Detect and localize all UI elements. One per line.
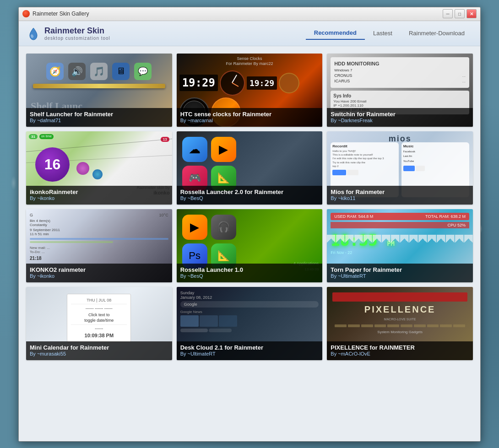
card-switchin[interactable]: HDD MONITORING Windows 7 CRONUS... ICARU… bbox=[327, 54, 473, 127]
navigation-tabs: Recommended Lastest Rainmeter-Download bbox=[306, 27, 473, 40]
card-info-pixellence: PIXELLENCE for RAINMETER By ~mACrO-lOvE bbox=[327, 341, 473, 360]
card-author-shelf: By ~dafmat71 bbox=[30, 118, 168, 123]
card-info-minical: Mini Calendar for Rainmeter By ~murasaki… bbox=[26, 341, 172, 360]
card-info-htc: HTC sense clocks for Rainmeter By ~marca… bbox=[177, 108, 323, 127]
title-bar-buttons: ─ □ ✕ bbox=[443, 9, 477, 18]
card-ikonko2[interactable]: G10°C Bin 4 item(s)Constantly 9 Septembe… bbox=[26, 209, 172, 282]
card-info-ikonko: ikonkoRainmeter By ~ikonko bbox=[26, 186, 172, 205]
card-author-tornpaper: By ~UltimateRT bbox=[331, 273, 469, 279]
title-bar: Rainmeter Skin Gallery ─ □ ✕ bbox=[19, 7, 480, 21]
card-image-tornpaper: USED RAM: 544.8 MTOTAL RAM: 638.2 M CPU … bbox=[327, 209, 473, 282]
card-title-deskcloud: Desk Cloud 2.1 for Rainmeter bbox=[180, 344, 319, 351]
card-title-ikonko: ikonkoRainmeter bbox=[30, 189, 168, 195]
main-window: Rainmeter Skin Gallery ─ □ ✕ Rainmeter S… bbox=[18, 7, 481, 442]
card-title-tornpaper: Torn Paper for Rainmeter bbox=[331, 266, 469, 273]
card-image-mios: mios Recordit Hello to you '%#@!This is … bbox=[327, 131, 473, 205]
app-logo: Rainmeter Skin desktop customization too… bbox=[26, 26, 306, 41]
card-title-pixellence: PIXELLENCE for RAINMETER bbox=[331, 344, 469, 351]
tab-download[interactable]: Rainmeter-Download bbox=[401, 27, 473, 39]
card-title-shelf: Shelf Launcher for Rainmeter bbox=[30, 111, 168, 118]
card-rossella2[interactable]: ☁ ▶ 🎮 📐 Rossella Launcher 2.0 for Rainme… bbox=[177, 131, 323, 205]
card-image-htc: Sense ClocksFor Rainmeter By marc22 19:2… bbox=[177, 54, 323, 127]
close-button[interactable]: ✕ bbox=[466, 9, 477, 18]
card-author-mios: By ~kiko11 bbox=[331, 195, 469, 201]
card-image-shelf: 🧭 🔊 🎵 🖥 💬 Shelf Launc Shelf Launcher for… bbox=[26, 54, 172, 127]
card-info-switchin: Switchin for Rainmeter By ~DarknesFreak bbox=[327, 108, 473, 127]
content-wrapper: 🧭 🔊 🎵 🖥 💬 Shelf Launc Shelf Launcher for… bbox=[19, 46, 480, 441]
card-title-rossella1: Rossella Launcher 1.0 bbox=[180, 266, 319, 273]
card-info-deskcloud: Desk Cloud 2.1 for Rainmeter By ~Ultimat… bbox=[177, 341, 323, 360]
app-subtitle: desktop customization tool bbox=[44, 36, 110, 41]
card-author-switchin: By ~DarknesFreak bbox=[331, 118, 469, 123]
card-title-ikonko2: IKONKO2 rainmeter bbox=[30, 266, 168, 273]
card-author-minical: By ~murasaki55 bbox=[30, 351, 168, 356]
minimize-button[interactable]: ─ bbox=[443, 9, 453, 18]
card-info-shelf: Shelf Launcher for Rainmeter By ~dafmat7… bbox=[26, 108, 172, 127]
card-image-pixellence: PIXELLENCE MACRO-LOVE SUITE bbox=[327, 287, 473, 360]
card-author-rossella2: By ~BesQ bbox=[180, 195, 319, 201]
card-tornpaper[interactable]: USED RAM: 544.8 MTOTAL RAM: 638.2 M CPU … bbox=[327, 209, 473, 282]
card-author-pixellence: By ~mACrO-lOvE bbox=[331, 351, 469, 356]
window-title: Rainmeter Skin Gallery bbox=[33, 11, 443, 17]
card-image-rossella1: ▶ 🎧 Ps 📐 - 4 Applications 13:49:09 Rosse… bbox=[177, 209, 323, 282]
card-author-ikonko2: By ~ikonko bbox=[30, 273, 168, 279]
app-header: Rainmeter Skin desktop customization too… bbox=[19, 21, 480, 46]
card-ikonko[interactable]: 31 on time 13 bbox=[26, 131, 172, 205]
card-author-htc: By ~marcarnal bbox=[180, 118, 319, 123]
card-title-switchin: Switchin for Rainmeter bbox=[331, 111, 469, 118]
card-rossella1[interactable]: ▶ 🎧 Ps 📐 - 4 Applications 13:49:09 Rosse… bbox=[177, 209, 323, 282]
card-info-mios: Mios for Rainmeter By ~kiko11 bbox=[327, 186, 473, 205]
card-image-ikonko2: G10°C Bin 4 item(s)Constantly 9 Septembe… bbox=[26, 209, 172, 282]
card-image-minical: THU | JUL 08 ------ ------ ------ Click … bbox=[26, 287, 172, 360]
tab-recommended[interactable]: Recommended bbox=[306, 27, 365, 40]
card-mios[interactable]: mios Recordit Hello to you '%#@!This is … bbox=[327, 131, 473, 205]
card-info-ikonko2: IKONKO2 rainmeter By ~ikonko bbox=[26, 264, 172, 282]
card-image-switchin: HDD MONITORING Windows 7 CRONUS... ICARU… bbox=[327, 54, 473, 127]
tab-lastest[interactable]: Lastest bbox=[365, 27, 401, 39]
card-info-tornpaper: Torn Paper for Rainmeter By ~UltimateRT bbox=[327, 264, 473, 282]
card-author-deskcloud: By ~UltimateRT bbox=[180, 351, 319, 356]
rainmeter-logo-icon bbox=[26, 26, 41, 41]
card-info-rossella2: Rossella Launcher 2.0 for Rainmeter By ~… bbox=[177, 186, 323, 205]
card-image-rossella2: ☁ ▶ 🎮 📐 Rossella Launcher 2.0 for Rainme… bbox=[177, 131, 323, 205]
card-image-ikonko: 31 on time 13 bbox=[26, 131, 172, 205]
maximize-button[interactable]: □ bbox=[455, 9, 465, 18]
app-logo-text: Rainmeter Skin desktop customization too… bbox=[44, 26, 110, 41]
card-deskcloud[interactable]: SundayJanuary 08, 2012 Google Google New… bbox=[177, 287, 323, 360]
content-area[interactable]: 🧭 🔊 🎵 🖥 💬 Shelf Launc Shelf Launcher for… bbox=[19, 46, 480, 441]
card-title-mios: Mios for Rainmeter bbox=[331, 189, 469, 195]
card-shelf-launcher[interactable]: 🧭 🔊 🎵 🖥 💬 Shelf Launc Shelf Launcher for… bbox=[26, 54, 172, 127]
card-title-rossella2: Rossella Launcher 2.0 for Rainmeter bbox=[180, 189, 319, 195]
card-pixellence[interactable]: PIXELLENCE MACRO-LOVE SUITE bbox=[327, 287, 473, 360]
card-info-rossella1: Rossella Launcher 1.0 By ~BesQ bbox=[177, 264, 323, 282]
card-author-rossella1: By ~BesQ bbox=[180, 273, 319, 279]
card-author-ikonko: By ~ikonko bbox=[30, 195, 168, 201]
card-title-htc: HTC sense clocks for Rainmeter bbox=[180, 111, 319, 118]
card-title-minical: Mini Calendar for Rainmeter bbox=[30, 344, 168, 351]
card-minical[interactable]: THU | JUL 08 ------ ------ ------ Click … bbox=[26, 287, 172, 360]
app-icon bbox=[22, 10, 30, 17]
card-htc-clocks[interactable]: Sense ClocksFor Rainmeter By marc22 19:2… bbox=[177, 54, 323, 127]
app-title: Rainmeter Skin bbox=[44, 26, 110, 36]
card-image-deskcloud: SundayJanuary 08, 2012 Google Google New… bbox=[177, 287, 323, 360]
skins-grid: 🧭 🔊 🎵 🖥 💬 Shelf Launc Shelf Launcher for… bbox=[26, 54, 473, 360]
